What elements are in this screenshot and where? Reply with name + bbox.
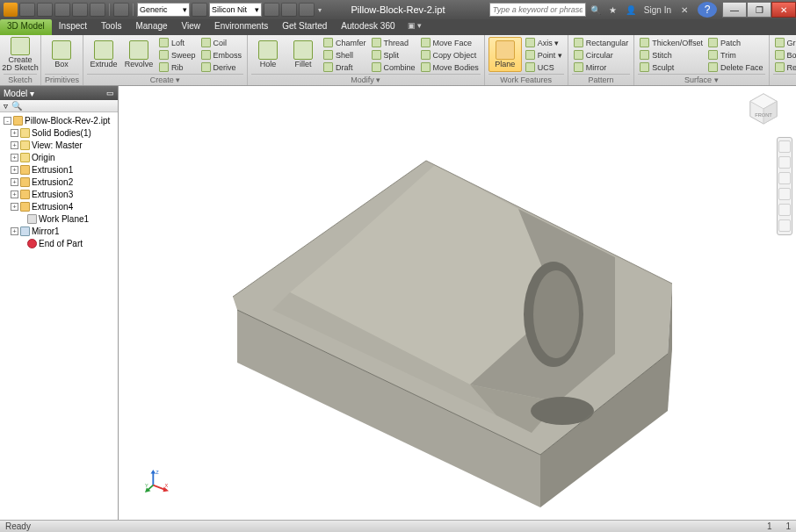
panel-label-surface[interactable]: Surface ▾ — [638, 74, 764, 85]
zoom-icon[interactable] — [778, 188, 791, 200]
tab-3d-model[interactable]: 3D Model — [0, 19, 52, 35]
appearance-combo[interactable]: Silicon Nit ▾ — [209, 3, 262, 17]
user-icon[interactable]: 👤 — [623, 3, 639, 17]
pan-icon[interactable] — [778, 172, 791, 184]
view-cube[interactable]: FRONT — [747, 91, 780, 125]
maximize-button[interactable]: ❐ — [747, 2, 771, 18]
signin-button[interactable]: Sign In — [640, 5, 675, 15]
expand-icon[interactable]: - — [4, 117, 11, 125]
orbit-icon[interactable] — [778, 204, 791, 216]
thread-button[interactable]: Thread — [370, 37, 417, 48]
find-icon[interactable]: 🔍 — [11, 101, 22, 111]
draft-button[interactable]: Draft — [322, 61, 368, 73]
qat-save-button[interactable] — [54, 3, 70, 17]
tree-node-origin[interactable]: +Origin — [0, 151, 118, 163]
expand-icon[interactable]: + — [11, 203, 18, 211]
tab-get-started[interactable]: Get Started — [275, 19, 334, 35]
expand-icon[interactable]: + — [11, 191, 18, 198]
tree-node-view-master[interactable]: +View: Master — [0, 139, 118, 151]
qat-select-button[interactable] — [113, 3, 129, 17]
shell-button[interactable]: Shell — [322, 49, 368, 61]
look-at-icon[interactable] — [778, 219, 791, 232]
qat-undo-button[interactable] — [72, 3, 88, 17]
expand-icon[interactable]: + — [11, 178, 18, 186]
expand-icon[interactable]: + — [11, 166, 18, 174]
app-menu-icon[interactable] — [4, 3, 18, 17]
thicken-offset-button[interactable]: Thicken/Offset — [638, 37, 705, 48]
qat-extra3-button[interactable] — [299, 3, 315, 17]
tree-node-end-of-part[interactable]: End of Part — [0, 237, 118, 249]
coil-button[interactable]: Coil — [199, 37, 244, 48]
tree-node-extrusion4[interactable]: +Extrusion4 — [0, 200, 118, 212]
grill-button[interactable]: Grill — [773, 37, 796, 48]
tab-inspect[interactable]: Inspect — [52, 19, 94, 35]
help-button[interactable]: ? — [698, 2, 717, 18]
material-combo[interactable]: Generic ▾ — [137, 3, 190, 17]
tab-autodesk-360[interactable]: Autodesk 360 — [334, 19, 402, 35]
expand-icon[interactable]: + — [11, 129, 18, 137]
close-button[interactable]: ✕ — [771, 2, 796, 18]
ribbon-collapse-icon[interactable]: ▣ ▾ — [402, 19, 428, 35]
tree-node-extrusion2[interactable]: +Extrusion2 — [0, 176, 118, 188]
panel-label-modify[interactable]: Modify ▾ — [251, 74, 481, 85]
move-face-button[interactable]: Move Face — [419, 37, 481, 48]
plane-button[interactable]: Plane — [488, 37, 522, 72]
copy-object-button[interactable]: Copy Object — [419, 49, 481, 61]
home-view-icon[interactable] — [778, 140, 791, 153]
fillet-button[interactable]: Fillet — [286, 37, 320, 72]
tree-node-work-plane1[interactable]: Work Plane1 — [0, 212, 118, 225]
tab-tools[interactable]: Tools — [94, 19, 128, 35]
circular-pattern-button[interactable]: Circular — [572, 49, 631, 61]
tab-manage[interactable]: Manage — [128, 19, 174, 35]
sculpt-button[interactable]: Sculpt — [638, 61, 705, 73]
panel-label-create[interactable]: Create ▾ — [87, 74, 243, 85]
material-picker-icon[interactable] — [192, 3, 207, 17]
tab-environments[interactable]: Environments — [207, 19, 275, 35]
qat-redo-button[interactable] — [90, 3, 105, 17]
stitch-button[interactable]: Stitch — [638, 49, 705, 61]
tree-node-pillow-block-rev-2-ipt[interactable]: -Pillow-Block-Rev-2.ipt — [0, 114, 118, 126]
favorite-icon[interactable]: ★ — [605, 3, 621, 17]
browser-header[interactable]: Model ▾ ▭ — [0, 86, 118, 100]
tab-view[interactable]: View — [175, 19, 208, 35]
loft-button[interactable]: Loft — [157, 37, 198, 48]
expand-icon[interactable]: + — [11, 154, 18, 162]
split-button[interactable]: Split — [370, 49, 417, 61]
boss-button[interactable]: Boss — [773, 49, 796, 61]
rectangular-pattern-button[interactable]: Rectangular — [572, 37, 631, 48]
exchange-icon[interactable]: ✕ — [677, 3, 692, 17]
chamfer-button[interactable]: Chamfer — [322, 37, 368, 48]
delete-face-button[interactable]: Delete Face — [706, 61, 765, 73]
tree-node-solid-bodies-1-[interactable]: +Solid Bodies(1) — [0, 126, 118, 139]
qat-open-button[interactable] — [37, 3, 53, 17]
extrude-button[interactable]: Extrude — [87, 37, 120, 72]
trim-button[interactable]: Trim — [706, 49, 765, 61]
derive-button[interactable]: Derive — [199, 61, 244, 73]
tree-node-mirror1[interactable]: +Mirror1 — [0, 225, 118, 237]
tree-node-extrusion3[interactable]: +Extrusion3 — [0, 188, 118, 200]
hole-button[interactable]: Hole — [251, 37, 285, 72]
combine-button[interactable]: Combine — [370, 61, 417, 73]
move-bodies-button[interactable]: Move Bodies — [419, 61, 481, 73]
qat-new-button[interactable] — [19, 3, 35, 17]
minimize-button[interactable]: — — [722, 2, 747, 18]
create-2d-sketch-button[interactable]: Create 2D Sketch — [4, 37, 37, 72]
search-input[interactable] — [489, 3, 586, 17]
expand-icon[interactable]: + — [11, 141, 18, 149]
full-nav-wheel-icon[interactable] — [778, 156, 791, 169]
expand-icon[interactable]: + — [11, 227, 18, 235]
emboss-button[interactable]: Emboss — [199, 49, 244, 61]
point-button[interactable]: Point ▾ — [524, 49, 564, 61]
filter-icon[interactable]: ▿ — [4, 101, 8, 111]
rib-button[interactable]: Rib — [157, 61, 198, 73]
axis-button[interactable]: Axis ▾ — [524, 37, 564, 48]
qat-extra1-button[interactable] — [264, 3, 279, 17]
revolve-button[interactable]: Revolve — [122, 37, 156, 72]
tree-node-extrusion1[interactable]: +Extrusion1 — [0, 163, 118, 176]
patch-button[interactable]: Patch — [706, 37, 765, 48]
rest-button[interactable]: Rest — [773, 61, 796, 73]
search-icon[interactable]: 🔍 — [588, 3, 604, 17]
ucs-button[interactable]: UCS — [524, 61, 564, 73]
mirror-button[interactable]: Mirror — [572, 61, 631, 73]
qat-extra2-button[interactable] — [281, 3, 297, 17]
